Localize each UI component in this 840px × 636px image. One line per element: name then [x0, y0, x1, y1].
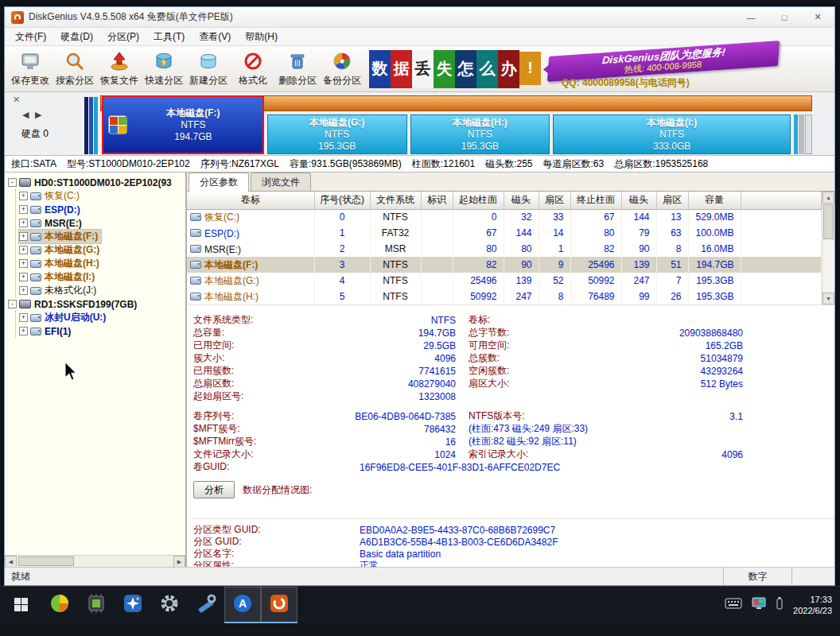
tree-item-rd1[interactable]: RD1:SSKSFD199(7GB)	[8, 297, 140, 311]
info-serial: 序列号:NZ617XGL	[200, 157, 279, 171]
expand-icon[interactable]	[19, 327, 28, 335]
menu-bar: 文件(F) 硬盘(D) 分区(P) 工具(T) 查看(V) 帮助(H)	[5, 28, 834, 46]
table-vertical-scrollbar[interactable]	[822, 192, 834, 304]
table-row-local-h[interactable]: 本地磁盘(H:) 5 NTFS 50992 247 8 76489 99 26 …	[187, 289, 822, 304]
scroll-down-icon[interactable]	[822, 293, 834, 304]
mouse-cursor	[64, 362, 78, 382]
tree-item-local-g[interactable]: 本地磁盘(G:)	[19, 243, 103, 257]
expand-icon[interactable]	[19, 205, 28, 214]
quick-partition-icon	[154, 51, 175, 72]
menu-view[interactable]: 查看(V)	[192, 28, 238, 46]
ad-data-loss-tiles[interactable]: 数 据 丢 失 怎 么 办 !	[369, 49, 541, 89]
ime-a-icon: A	[232, 593, 253, 616]
tree-item-local-f[interactable]: 本地磁盘(F:)	[19, 230, 101, 243]
tree-item-local-h[interactable]: 本地磁盘(H:)	[19, 257, 103, 270]
panel-close-icon[interactable]: ✕	[13, 95, 20, 105]
recover-files-button[interactable]: 恢复文件	[97, 48, 142, 91]
taskbar-cpu-tool-button[interactable]	[78, 587, 115, 623]
start-button[interactable]	[0, 587, 41, 623]
pe-tool-icon	[49, 593, 70, 616]
collapse-icon[interactable]	[8, 300, 17, 308]
partition-sliver-recovery[interactable]	[84, 97, 88, 154]
expand-icon[interactable]	[19, 232, 28, 241]
taskbar-repair-tool-button[interactable]	[188, 587, 224, 623]
partition-sliver-unformatted[interactable]	[799, 114, 804, 154]
save-changes-button[interactable]: 保存更改	[8, 48, 52, 91]
status-bar: 就绪 数字	[5, 567, 834, 585]
tree-item-efi-1[interactable]: EFI(1)	[19, 324, 74, 338]
disk-nav: ✕ ◀ ▶ 硬盘 0	[5, 92, 84, 155]
taskbar-clock[interactable]: 17:33 2022/6/23	[793, 594, 832, 616]
partition-block-i[interactable]: 本地磁盘(I:) NTFS 333.0GB	[553, 114, 791, 154]
table-row-recovery-c[interactable]: 恢复(C:) 0 NTFS 0 32 33 67 144 13 529.0MB	[187, 209, 822, 225]
minimize-button[interactable]: —	[734, 7, 768, 27]
quick-partition-button[interactable]: 快速分区	[142, 48, 186, 91]
expand-icon[interactable]	[19, 286, 28, 295]
tree-item-local-i[interactable]: 本地磁盘(I:)	[19, 270, 98, 284]
close-button[interactable]: ✕	[801, 7, 834, 27]
analyze-button[interactable]: 分析	[193, 481, 235, 498]
table-row-local-g[interactable]: 本地磁盘(G:) 4 NTFS 25496 139 52 50992 247 7…	[187, 273, 822, 289]
backup-partition-button[interactable]: 备份分区	[320, 48, 364, 91]
menu-file[interactable]: 文件(F)	[8, 28, 53, 46]
menu-tools[interactable]: 工具(T)	[146, 28, 192, 46]
partition-sliver-msr[interactable]	[94, 97, 98, 154]
new-partition-button[interactable]: 新建分区	[186, 48, 231, 91]
pen-battery-icon[interactable]	[776, 596, 784, 613]
scroll-up-icon[interactable]	[822, 192, 834, 204]
search-icon	[64, 51, 86, 72]
next-disk-icon[interactable]: ▶	[35, 110, 41, 120]
scroll-right-icon[interactable]	[173, 556, 185, 567]
tree-item-hd0[interactable]: HD0:ST1000DM010-2EP102(93	[8, 176, 175, 189]
taskbar: A 17:33 2022/6/23	[0, 586, 840, 622]
delete-partition-button[interactable]: 删除分区	[275, 48, 320, 91]
scroll-left-icon[interactable]	[5, 556, 17, 567]
taskbar-settings-tool-button[interactable]	[151, 587, 188, 623]
expand-icon[interactable]	[19, 273, 28, 281]
taskbar-diskgenius-button[interactable]	[261, 587, 298, 623]
taskbar-sparkle-tool-button[interactable]	[115, 587, 151, 623]
table-row-msr-e[interactable]: MSR(E:) 2 MSR 80 80 1 82 90 8 16.0MB	[187, 241, 822, 257]
menu-help[interactable]: 帮助(H)	[238, 28, 285, 46]
tree-horizontal-scrollbar[interactable]	[5, 555, 185, 567]
collapse-icon[interactable]	[8, 178, 17, 187]
maximize-button[interactable]: □	[768, 7, 801, 27]
partition-icon	[30, 233, 41, 241]
partition-block-f[interactable]: 本地磁盘(F:) NTFS 194.7GB	[102, 95, 264, 154]
expand-icon[interactable]	[19, 259, 28, 268]
tab-partition-params[interactable]: 分区参数	[189, 173, 249, 192]
tree-item-msr-e[interactable]: MSR(E:)	[19, 216, 85, 230]
scrollbar-thumb[interactable]	[823, 204, 834, 239]
ad-qq-text: QQ: 4000089958(与电话同号)	[562, 76, 690, 90]
tree-item-bingfeng-u[interactable]: 冰封U启动(U:)	[19, 311, 109, 324]
partition-sliver-small[interactable]	[794, 114, 798, 154]
expand-icon[interactable]	[19, 192, 28, 200]
prev-disk-icon[interactable]: ◀	[22, 110, 29, 120]
partition-block-h[interactable]: 本地磁盘(H:) NTFS 195.3GB	[410, 114, 550, 154]
table-row-esp-d[interactable]: ESP(D:) 1 FAT32 67 144 14 80 79 63 100.0…	[187, 225, 822, 241]
system-tray: 17:33 2022/6/23	[725, 594, 840, 616]
display-color-icon[interactable]	[752, 597, 766, 612]
expand-icon[interactable]	[19, 313, 28, 322]
keyboard-icon[interactable]	[725, 598, 742, 611]
expand-icon[interactable]	[19, 219, 28, 227]
table-row-local-f[interactable]: 本地磁盘(F:) 3 NTFS 82 90 9 25496 139 51 194…	[187, 257, 822, 273]
menu-disk[interactable]: 硬盘(D)	[53, 28, 100, 46]
search-partition-button[interactable]: 搜索分区	[52, 48, 97, 91]
taskbar-pe-tool-button[interactable]	[41, 587, 78, 623]
expand-icon[interactable]	[19, 246, 28, 254]
taskbar-ime-button[interactable]: A	[224, 587, 261, 623]
tree-item-recovery-c[interactable]: 恢复(C:)	[19, 189, 83, 203]
partition-guid-info: 分区类型 GUID:EBD0A0A2-B9E5-4433-87C0-68B6B7…	[193, 518, 834, 567]
tab-browse-files[interactable]: 浏览文件	[251, 173, 311, 191]
format-button[interactable]: 格式化	[231, 48, 275, 91]
tree-item-esp-d[interactable]: ESP(D:)	[19, 203, 84, 216]
partition-icon	[190, 277, 201, 285]
free-space-sliver[interactable]	[805, 114, 812, 154]
status-numlock: 数字	[723, 568, 791, 585]
partition-block-g[interactable]: 本地磁盘(G:) NTFS 195.3GB	[267, 114, 407, 154]
menu-partition[interactable]: 分区(P)	[100, 28, 146, 46]
scrollbar-thumb[interactable]	[18, 556, 74, 566]
tree-item-unformatted-j[interactable]: 未格式化(J:)	[19, 284, 99, 297]
partition-sliver-esp[interactable]	[89, 97, 93, 154]
